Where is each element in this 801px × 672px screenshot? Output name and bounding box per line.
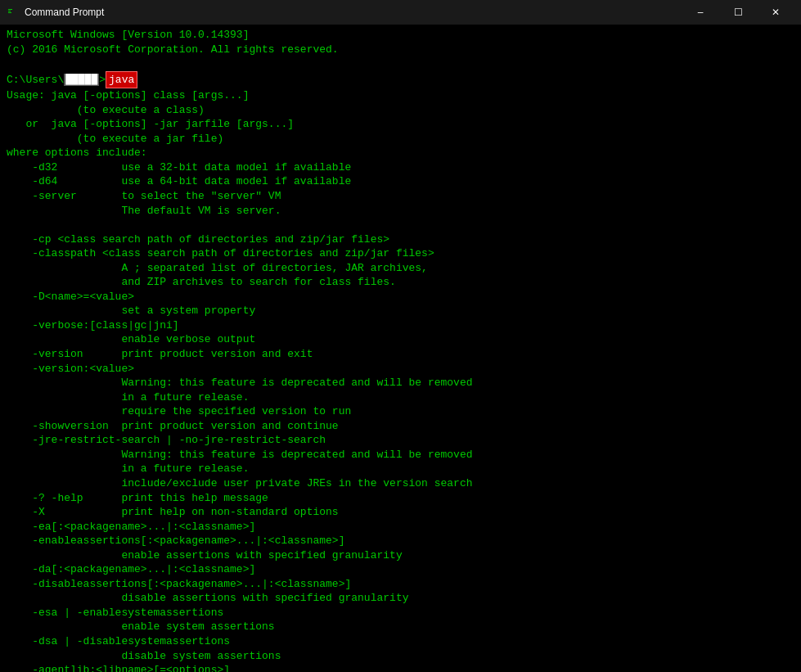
console-line-28: Warning: this feature is deprecated and …	[7, 448, 794, 462]
console-line-39: -esa | -enablesystemassertions	[7, 606, 794, 620]
console-line-36: -da[:<packagename>...|:<classname>]	[7, 562, 794, 577]
console-line-40: enable system assertions	[7, 620, 794, 634]
minimize-button[interactable]: –	[682, 0, 719, 25]
svg-rect-1	[8, 9, 12, 10]
console-line-9: -d64 use a 64-bit data model if availabl…	[7, 174, 794, 189]
console-line-5: or java [-options] -jar jarfile [args...…	[7, 117, 794, 132]
java-command: java	[106, 71, 137, 89]
console-line-27: -jre-restrict-search | -no-jre-restrict-…	[7, 433, 794, 448]
console-line-37: -disableassertions[:<packagename>...|:<c…	[7, 577, 794, 592]
console-line-29: in a future release.	[7, 462, 794, 476]
console-line-17: -D<name>=<value>	[7, 290, 794, 304]
window-controls: – ☐ ✕	[682, 0, 794, 25]
console-line-10: -server to select the "server" VM	[7, 189, 794, 204]
console-line-34: -enableassertions[:<packagename>...|:<cl…	[7, 534, 794, 548]
console-line-24: in a future release.	[7, 390, 794, 405]
cmd-window: Command Prompt – ☐ ✕ Microsoft Windows […	[0, 0, 801, 672]
console-line-35: enable assertions with specified granula…	[7, 548, 794, 563]
console-line-18: set a system property	[7, 304, 794, 318]
console-line-blank-1	[7, 56, 794, 71]
console-line-42: disable system assertions	[7, 649, 794, 664]
console-line-22: -version:<value>	[7, 362, 794, 377]
console-line-15: A ; separated list of directories, JAR a…	[7, 261, 794, 276]
title-bar: Command Prompt – ☐ ✕	[0, 0, 801, 25]
cmd-icon	[7, 6, 20, 19]
console-line-blank-2	[7, 218, 794, 232]
console-line-31: -? -help print this help message	[7, 491, 794, 506]
console-output: Microsoft Windows [Version 10.0.14393] (…	[0, 25, 801, 672]
window-title: Command Prompt	[25, 7, 104, 18]
console-line-13: -cp <class search path of directories an…	[7, 232, 794, 247]
console-line-30: include/exclude user private JREs in the…	[7, 476, 794, 491]
console-line-1: (c) 2016 Microsoft Corporation. All righ…	[7, 43, 794, 57]
console-line-38: disable assertions with specified granul…	[7, 591, 794, 606]
console-line-7: where options include:	[7, 146, 794, 160]
console-line-26: -showversion print product version and c…	[7, 419, 794, 434]
title-bar-left: Command Prompt	[7, 6, 104, 19]
console-line-16: and ZIP archives to search for class fil…	[7, 275, 794, 290]
console-line-43: -agentlib:<libname>[=<options>]	[7, 663, 794, 672]
console-line-19: -verbose:[class|gc|jni]	[7, 318, 794, 333]
console-line-20: enable verbose output	[7, 332, 794, 347]
svg-rect-3	[8, 12, 11, 13]
console-line-23: Warning: this feature is deprecated and …	[7, 376, 794, 390]
console-line-0: Microsoft Windows [Version 10.0.14393]	[7, 28, 794, 43]
console-line-3: Usage: java [-options] class [args...]	[7, 88, 794, 103]
console-line-8: -d32 use a 32-bit data model if availabl…	[7, 160, 794, 175]
console-line-33: -ea[:<packagename>...|:<classname>]	[7, 520, 794, 534]
console-line-25: require the specified version to run	[7, 404, 794, 419]
console-line-21: -version print product version and exit	[7, 347, 794, 362]
console-line-32: -X print help on non-standard options	[7, 505, 794, 520]
console-line-6: (to execute a jar file)	[7, 132, 794, 147]
maximize-button[interactable]: ☐	[719, 0, 757, 25]
svg-rect-2	[8, 11, 11, 11]
console-line-11: The default VM is server.	[7, 204, 794, 219]
close-button[interactable]: ✕	[757, 0, 794, 25]
console-line-41: -dsa | -disablesystemassertions	[7, 634, 794, 649]
console-line-14: -classpath <class search path of directo…	[7, 246, 794, 261]
console-line-4: (to execute a class)	[7, 103, 794, 118]
prompt-line: C:\Users\█████>java	[7, 71, 794, 89]
prompt-prefix: C:\Users\█████>	[7, 73, 106, 88]
